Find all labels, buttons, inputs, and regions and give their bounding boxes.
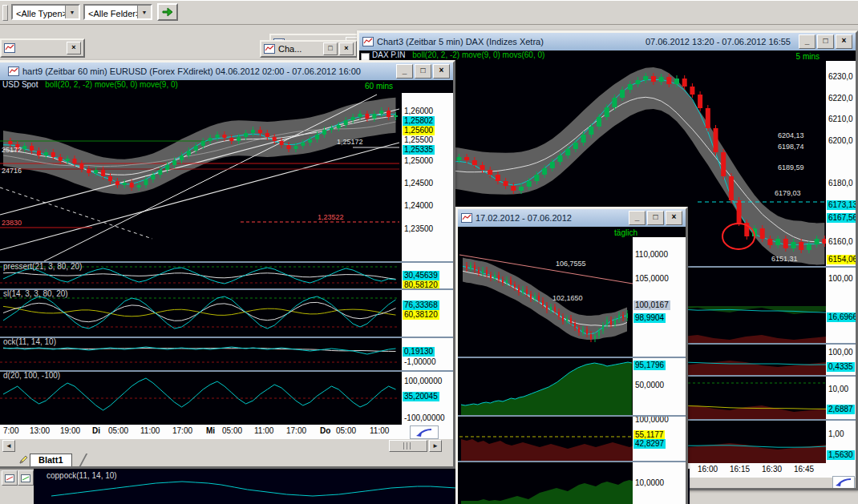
- horizontal-scrollbar[interactable]: ◄ ►: [0, 439, 453, 453]
- scroll-right-button[interactable]: ►: [429, 440, 442, 452]
- chevron-down-icon[interactable]: ▼: [137, 6, 151, 18]
- close-button[interactable]: ×: [433, 64, 450, 79]
- scale-label: 16,6966: [827, 312, 856, 322]
- daily-indicator-panel-3[interactable]: [459, 461, 633, 504]
- scale-label: 1,24500: [403, 179, 435, 188]
- scale-label: 1,5630: [827, 450, 855, 460]
- panel-divider[interactable]: [458, 415, 686, 417]
- scale-label: 6160,0: [827, 237, 855, 247]
- chart-window-icon: [461, 213, 472, 223]
- daily-price-scale[interactable]: 110,0000105,0000100,016798,990495,179650…: [633, 237, 686, 504]
- scale-label: -1,00000: [403, 357, 437, 367]
- chart9-title: hart9 (Zeitbar 60 min) EURUSD (Forex FXd…: [22, 67, 361, 76]
- scale-label: 6200,0: [827, 136, 855, 146]
- strip-window-button-1[interactable]: [2, 470, 18, 486]
- daily-client: täglich 106,7555 102,1650: [458, 227, 686, 504]
- panel-divider[interactable]: [0, 288, 453, 290]
- scale-label: 6173,13: [827, 200, 856, 210]
- tab-divider: [79, 454, 88, 466]
- restore-button[interactable]: □: [647, 211, 664, 225]
- minimize-button[interactable]: _: [396, 64, 413, 79]
- scale-label: 1,00: [827, 429, 845, 439]
- time-label: Mi: [206, 426, 215, 435]
- dax-price-scale[interactable]: 6230,06220,06210,06200,06180,06173,13616…: [826, 61, 856, 463]
- tab-blatt1[interactable]: Blatt1: [30, 454, 72, 466]
- restore-button[interactable]: □: [415, 64, 431, 79]
- close-button[interactable]: ×: [666, 211, 682, 225]
- scale-label: 1,23500: [403, 224, 435, 234]
- minimize-button[interactable]: _: [799, 34, 816, 49]
- minimized-window-3[interactable]: Cha... □ ×: [260, 40, 358, 58]
- scale-label: 100,0167: [633, 300, 670, 310]
- scale-label: 30,45639: [403, 271, 439, 280]
- minimized-window-1[interactable]: ×: [0, 38, 85, 58]
- strip-window-button-2[interactable]: [18, 470, 34, 486]
- daily-chart-window: 17.02.2012 - 07.06.2012 _ □ × täglich 10…: [455, 207, 688, 504]
- daily-indicator-panel-1[interactable]: [459, 357, 633, 415]
- toolbar-grip[interactable]: [2, 5, 8, 21]
- scroll-left-button[interactable]: ◄: [2, 440, 15, 452]
- type-filter-value: <Alle Typen>: [13, 8, 71, 19]
- panel-divider[interactable]: [458, 357, 686, 358]
- type-filter-dropdown[interactable]: <Alle Typen> ▼: [11, 4, 80, 20]
- scale-label: 98,9904: [633, 313, 666, 323]
- panel-divider[interactable]: [458, 461, 686, 462]
- daily-indicator-panel-2[interactable]: [459, 415, 633, 461]
- timeframe-label: täglich: [614, 228, 637, 237]
- scale-label: 6167,56: [827, 213, 856, 223]
- minimize-button[interactable]: _: [629, 211, 646, 225]
- indicator-label: boll(20, 2, -2) move(9, 0) movs(60, 0): [412, 50, 544, 59]
- panel-divider[interactable]: [0, 337, 453, 338]
- pointer-tool-box[interactable]: [832, 476, 855, 488]
- close-button[interactable]: ×: [836, 34, 852, 49]
- symbol-label: DAX P.IN: [372, 50, 406, 59]
- scale-label: 1,25500: [403, 135, 435, 145]
- chart-window-icon: [4, 43, 15, 53]
- chart9-titlebar[interactable]: hart9 (Zeitbar 60 min) EURUSD (Forex FXd…: [0, 62, 453, 80]
- scale-label: 35,20045: [403, 392, 439, 401]
- price-label: 102,1650: [552, 294, 583, 302]
- symbol-label: USD Spot: [2, 80, 38, 89]
- scale-label: 10,00: [827, 385, 850, 394]
- chevron-down-icon[interactable]: ▼: [65, 6, 79, 18]
- eurusd-candlestick-chart[interactable]: 1,25172 1,23522 25172 24716 23830: [0, 93, 399, 261]
- daily-candlestick-chart[interactable]: 106,7555 102,1650: [459, 237, 633, 357]
- chart3-daterange: 07.06.2012 13:20 - 07.06.2012 16:55: [646, 37, 795, 46]
- indicator-panel-stock[interactable]: [0, 337, 399, 370]
- daily-titlebar[interactable]: 17.02.2012 - 07.06.2012 _ □ ×: [458, 209, 686, 227]
- panel-label: pressert(21, 3, 80, 20): [3, 262, 82, 271]
- price-label: 6189,59: [778, 163, 804, 171]
- pointer-tool-box[interactable]: [410, 425, 439, 439]
- time-label: 7:00: [3, 426, 18, 435]
- chart9-window: hart9 (Zeitbar 60 min) EURUSD (Forex FXd…: [0, 60, 455, 469]
- apply-filter-button[interactable]: [157, 3, 178, 21]
- daily-title: 17.02.2012 - 07.06.2012: [476, 213, 572, 223]
- chart-window-icon: [264, 44, 275, 54]
- price-label: 6204,13: [778, 131, 804, 139]
- field-filter-dropdown[interactable]: <Alle Felder> ▼: [83, 4, 152, 20]
- restore-icon[interactable]: □: [323, 42, 338, 55]
- restore-button[interactable]: □: [817, 34, 834, 49]
- chart9-client: USD Spot boll(20, 2, -2) move(50, 0) mov…: [0, 80, 453, 466]
- time-label: 19:00: [60, 426, 80, 435]
- panel-divider[interactable]: [0, 370, 453, 372]
- scale-label: 50,0000: [633, 381, 666, 390]
- eurusd-price-scale[interactable]: 1,260001,258021,256001,255001,253351,250…: [402, 93, 453, 425]
- trading-application: <Alle Typen> ▼ <Alle Felder> ▼ × Cha... …: [0, 0, 858, 504]
- green-arrow-icon: [161, 6, 174, 18]
- chart3-titlebar[interactable]: Chart3 (Zeitbar 5 min) DAX (Indizes Xetr…: [359, 33, 856, 50]
- scrollbar-thumb[interactable]: [389, 440, 427, 452]
- panel-label: ock(11, 14, 10): [3, 337, 56, 346]
- scale-label: 0,4335: [827, 362, 855, 372]
- time-label: 11:00: [370, 426, 389, 435]
- panel-divider[interactable]: [0, 261, 453, 263]
- price-label: 6179,03: [775, 189, 801, 197]
- blue-arrow-icon: [415, 428, 434, 437]
- scale-label: 1,25802: [403, 116, 435, 126]
- close-icon[interactable]: ×: [67, 42, 81, 54]
- scale-label: 6154,06: [827, 255, 856, 264]
- minimized-window-title: Cha...: [278, 44, 302, 54]
- main-toolbar: <Alle Typen> ▼ <Alle Felder> ▼: [0, 0, 858, 25]
- scale-label: 1,25600: [403, 126, 435, 135]
- close-icon[interactable]: ×: [339, 42, 354, 55]
